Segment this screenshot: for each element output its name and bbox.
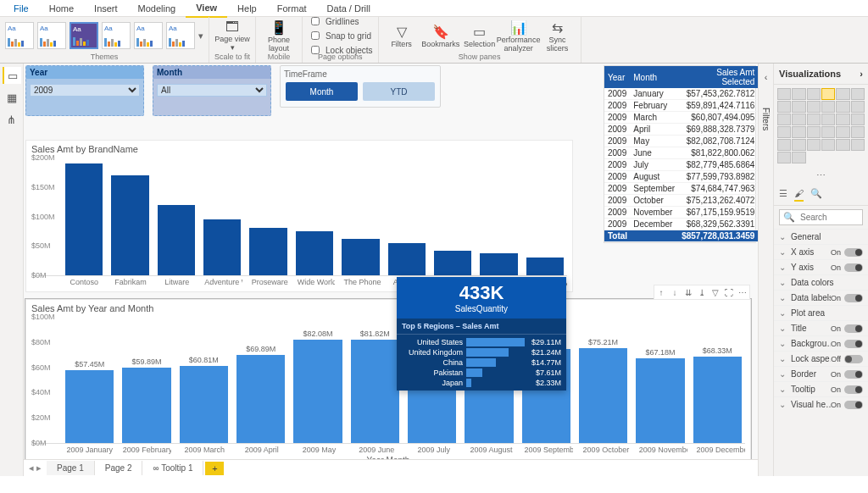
- table-row[interactable]: 2009March$60,807,494.095: [604, 112, 758, 124]
- bar[interactable]: [249, 228, 287, 275]
- bar[interactable]: $67.18M: [636, 358, 684, 443]
- viz-type-icon[interactable]: [807, 101, 821, 113]
- bar[interactable]: [388, 243, 426, 275]
- format-group[interactable]: ⌄X axisOn: [774, 244, 868, 259]
- model-view-icon[interactable]: ⋔: [3, 111, 21, 128]
- bar[interactable]: $57.45M: [65, 370, 114, 443]
- col-year[interactable]: Year: [604, 66, 630, 88]
- viz-type-icon[interactable]: [821, 126, 835, 138]
- col-month[interactable]: Month: [630, 66, 678, 88]
- timeframe-selector[interactable]: TimeFrame Month YTD: [280, 65, 441, 108]
- viz-type-icon[interactable]: [821, 139, 835, 151]
- viz-type-icon[interactable]: [792, 152, 805, 163]
- slicer-month[interactable]: Month All: [153, 65, 271, 116]
- snap-to-grid-checkbox[interactable]: Snap to grid: [308, 29, 373, 42]
- tab-help[interactable]: Help: [227, 0, 267, 17]
- bar[interactable]: [158, 205, 195, 275]
- slicer-year[interactable]: Year 2009: [25, 65, 144, 116]
- timeframe-ytd-button[interactable]: YTD: [363, 82, 435, 101]
- table-row[interactable]: 2009December$68,329,562.3391: [604, 219, 758, 230]
- table-row[interactable]: 2009July$82,779,485.6864: [604, 159, 758, 171]
- bar[interactable]: [203, 219, 241, 275]
- tab-home[interactable]: Home: [39, 0, 84, 17]
- format-group[interactable]: ⌄Lock aspe…Off: [774, 351, 868, 366]
- viz-type-icon[interactable]: [807, 114, 821, 125]
- sync-slicers-button[interactable]: ⇆Sync slicers: [540, 19, 576, 53]
- phone-layout-button[interactable]: 📱Phone layout: [261, 19, 297, 53]
- table-row[interactable]: 2009August$77,599,793.8982: [604, 171, 758, 183]
- fields-tab-icon[interactable]: ☰: [779, 188, 787, 202]
- theme-swatch[interactable]: Aa: [134, 22, 163, 49]
- format-group[interactable]: ⌄Plot area: [774, 305, 868, 320]
- add-page-button[interactable]: +: [205, 462, 224, 475]
- more-options-icon[interactable]: ⋯: [737, 286, 748, 298]
- format-tab-icon[interactable]: 🖌: [794, 188, 804, 202]
- viz-type-icon[interactable]: [792, 126, 805, 138]
- viz-type-icon[interactable]: [792, 114, 805, 125]
- format-group[interactable]: ⌄BorderOn: [774, 366, 868, 381]
- viz-type-icon[interactable]: [821, 101, 835, 113]
- report-canvas[interactable]: Year 2009 Month All TimeFrame Month YTD …: [24, 64, 758, 476]
- expand-filters-icon[interactable]: ‹: [765, 72, 768, 82]
- theme-swatch-selected[interactable]: Aa: [70, 22, 98, 49]
- bar[interactable]: $68.33M: [693, 357, 742, 443]
- viz-type-icon[interactable]: [851, 126, 865, 138]
- viz-type-icon[interactable]: [777, 152, 791, 163]
- viz-type-icon[interactable]: [836, 88, 849, 100]
- filters-pane-collapsed[interactable]: ‹ Filters: [758, 64, 773, 476]
- viz-type-icon[interactable]: [792, 139, 805, 151]
- page-view-button[interactable]: 🗔Page view ▾: [214, 19, 250, 53]
- page-nav-prev-icon[interactable]: ◂ ▸: [24, 463, 47, 474]
- theme-swatch[interactable]: Aa: [37, 22, 66, 49]
- viz-type-icon[interactable]: [836, 139, 849, 151]
- table-row[interactable]: 2009June$81,822,800.062: [604, 147, 758, 159]
- viz-type-icon[interactable]: [836, 101, 849, 113]
- viz-type-icon[interactable]: [807, 126, 821, 138]
- bar[interactable]: $59.89M: [122, 368, 170, 443]
- viz-type-icon[interactable]: [792, 88, 805, 100]
- slicer-year-select[interactable]: 2009: [30, 84, 140, 97]
- viz-type-icon[interactable]: [777, 139, 791, 151]
- bar[interactable]: [526, 258, 564, 275]
- tab-insert[interactable]: Insert: [84, 0, 128, 17]
- custom-visuals-icon[interactable]: ⋯: [774, 167, 868, 185]
- viz-type-icon[interactable]: [807, 139, 821, 151]
- bar[interactable]: $69.89M: [236, 355, 285, 443]
- theme-swatch[interactable]: Aa: [5, 22, 34, 49]
- bar[interactable]: $75.21M: [579, 348, 627, 443]
- filter-icon[interactable]: ▽: [709, 286, 721, 298]
- viz-type-icon[interactable]: [851, 114, 865, 125]
- viz-type-icon[interactable]: [777, 114, 791, 125]
- performance-analyzer-button[interactable]: 📊Performance analyzer: [501, 19, 537, 53]
- format-search[interactable]: 🔍: [779, 209, 863, 225]
- search-input[interactable]: [798, 212, 859, 223]
- report-view-icon[interactable]: ▭: [3, 67, 21, 84]
- page-tab[interactable]: Page 2: [95, 461, 143, 475]
- bar[interactable]: $81.82M: [351, 340, 399, 443]
- viz-type-icon[interactable]: [792, 101, 805, 113]
- theme-swatch[interactable]: Aa: [166, 22, 195, 49]
- format-group[interactable]: ⌄General: [774, 229, 868, 244]
- table-row[interactable]: 2009January$57,453,262.7812: [604, 88, 758, 100]
- bar[interactable]: [480, 253, 517, 275]
- bar[interactable]: [111, 175, 148, 275]
- viz-type-icon[interactable]: [807, 88, 821, 100]
- bar[interactable]: [342, 239, 379, 275]
- tab-view[interactable]: View: [186, 0, 227, 18]
- bar[interactable]: [434, 251, 471, 275]
- table-row[interactable]: 2009May$82,082,708.7124: [604, 136, 758, 147]
- viz-type-icon[interactable]: [836, 126, 849, 138]
- gridlines-checkbox[interactable]: Gridlines: [308, 14, 373, 28]
- format-group[interactable]: ⌄Data colors: [774, 274, 868, 290]
- format-group[interactable]: ⌄Data labelsOn: [774, 290, 868, 305]
- selection-pane-button[interactable]: ▭Selection: [462, 19, 498, 53]
- viz-type-icon[interactable]: [851, 88, 865, 100]
- page-tab[interactable]: ∞ Tooltip 1: [142, 461, 203, 475]
- viz-type-icon[interactable]: [821, 114, 835, 125]
- tab-modeling[interactable]: Modeling: [128, 0, 186, 17]
- format-group[interactable]: ⌄TitleOn: [774, 320, 868, 335]
- table-row[interactable]: 2009April$69,888,328.7379: [604, 124, 758, 136]
- format-group[interactable]: ⌄Y axisOn: [774, 259, 868, 274]
- viz-type-icon[interactable]: [851, 139, 865, 151]
- table-row[interactable]: 2009November$67,175,159.9519: [604, 207, 758, 219]
